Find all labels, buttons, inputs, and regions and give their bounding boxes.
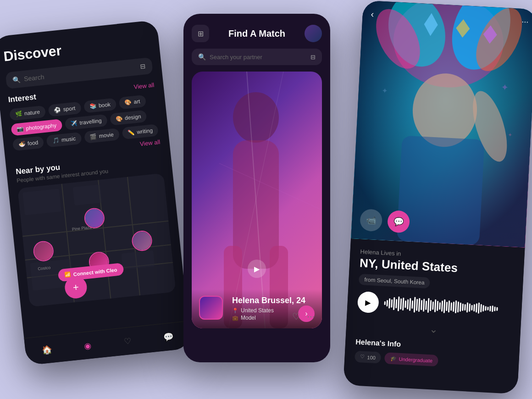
- wave-bar: [421, 300, 422, 310]
- interest-title: Interest: [8, 93, 37, 105]
- play-button-overlay[interactable]: ▶: [248, 260, 266, 278]
- wave-bar: [480, 304, 482, 312]
- map-block: [73, 184, 102, 205]
- nav-heart-icon[interactable]: ♡: [123, 336, 132, 347]
- interest-view-all-2[interactable]: View all: [139, 139, 161, 148]
- waveform: [384, 295, 512, 318]
- graduation-icon: 🎓: [390, 355, 397, 362]
- tag-photography[interactable]: 📷photography: [11, 119, 62, 136]
- match-search-bar[interactable]: 🔍 Search your partner ⊟: [192, 49, 322, 65]
- wave-bar: [386, 300, 388, 306]
- filter-icon[interactable]: ⊟: [140, 62, 146, 70]
- profile-bottom: Helena Lives in NY, United States from S…: [344, 238, 525, 380]
- heart-icon[interactable]: ♡: [292, 311, 300, 322]
- interest-view-all[interactable]: View all: [133, 81, 155, 90]
- wave-bar: [457, 301, 459, 312]
- search-icon: 🔍: [12, 76, 21, 84]
- map-block: [22, 188, 61, 215]
- chevron-down[interactable]: ⌄: [356, 320, 510, 340]
- svg-text:✦: ✦: [501, 82, 509, 93]
- svg-text:✦: ✦: [382, 87, 388, 95]
- chat-icon: 💬: [393, 216, 404, 227]
- tag-design[interactable]: 🎨design: [110, 110, 147, 126]
- wave-bar: [407, 299, 409, 310]
- more-dots-icon[interactable]: ···: [521, 17, 529, 27]
- wave-bar: [471, 305, 473, 310]
- wave-bar: [448, 300, 450, 312]
- wave-bar: [418, 298, 421, 312]
- wave-bar: [425, 301, 427, 310]
- wave-bar: [476, 303, 477, 312]
- wave-bar: [462, 304, 464, 311]
- play-audio-button[interactable]: ▶: [357, 291, 379, 313]
- wave-bar: [388, 298, 390, 308]
- wave-bar: [478, 303, 480, 314]
- map-area: Pine Plaza Dr Costco 📶 Conne: [17, 173, 176, 307]
- wave-bar: [443, 299, 446, 313]
- tag-nature[interactable]: 🌿nature: [9, 105, 46, 121]
- video-call-button[interactable]: 📹: [360, 209, 382, 232]
- wave-bar: [414, 297, 416, 312]
- phone-profile: ✦ ✦ ✦ ‹ ··· 📹 💬 Helena Lives in NY, Unit…: [343, 0, 532, 394]
- info-badge-education: 🎓 Undergraduate: [384, 352, 438, 366]
- grid-icon[interactable]: ⊞: [192, 25, 209, 42]
- tag-travelling[interactable]: ✈️travelling: [65, 114, 108, 130]
- wave-bar: [487, 307, 488, 310]
- svg-point-0: [233, 92, 279, 143]
- wave-bar: [400, 299, 402, 310]
- profile-card: ▶ Helena Brussel, 24 📍 United States 💼 M…: [192, 72, 322, 328]
- wave-bar: [391, 299, 393, 308]
- video-icon: 📹: [366, 215, 377, 226]
- wave-bar: [427, 298, 430, 313]
- info-badge-likes: ♡ 100: [355, 351, 382, 364]
- from-badge: from Seoul, South Korea: [359, 274, 430, 288]
- nearby-section: Near by you People with same interest ar…: [15, 152, 176, 307]
- tag-food[interactable]: 🍜food: [12, 136, 44, 151]
- profile-info-overlay: Helena Brussel, 24 📍 United States 💼 Mod…: [192, 289, 322, 328]
- phone-discover: Discover 🔍 Search ⊟ Interest View all 🌿n…: [0, 20, 191, 366]
- wave-bar: [434, 299, 436, 312]
- chat-button[interactable]: 💬: [387, 210, 410, 233]
- nav-chat-icon[interactable]: 💬: [163, 332, 174, 343]
- tag-writing[interactable]: ✏️writing: [122, 124, 159, 139]
- match-filter-icon[interactable]: ⊟: [310, 54, 316, 61]
- search-icon: 🔍: [198, 53, 206, 61]
- wave-bar: [441, 300, 443, 311]
- wave-bar: [460, 303, 461, 312]
- wave-bar: [489, 306, 491, 311]
- back-arrow-icon[interactable]: ‹: [371, 9, 374, 20]
- wave-bar: [492, 305, 493, 312]
- svg-rect-17: [397, 135, 485, 245]
- wave-bar: [469, 304, 471, 312]
- action-buttons: 📹 💬: [360, 209, 410, 233]
- nav-discover-icon[interactable]: ◉: [83, 340, 92, 351]
- match-user-avatar[interactable]: [305, 25, 322, 42]
- wave-bar: [496, 307, 498, 311]
- match-title: Find A Match: [228, 28, 285, 39]
- chat-dots-icon[interactable]: ···: [307, 311, 315, 322]
- wave-bar: [411, 300, 413, 309]
- wave-bar: [482, 305, 484, 311]
- wave-bar: [398, 297, 400, 311]
- location-icon: 📍: [232, 308, 238, 314]
- wave-bar: [405, 300, 406, 308]
- wave-bar: [437, 301, 438, 311]
- wave-bar: [450, 303, 452, 311]
- wave-bar: [473, 304, 475, 311]
- phone-match: ⊞ Find A Match 🔍 Search your partner ⊟: [183, 14, 330, 362]
- nav-home-icon[interactable]: 🏠: [41, 344, 52, 355]
- tag-book[interactable]: 📚book: [83, 98, 116, 113]
- wave-bar: [384, 301, 386, 305]
- wave-bar: [409, 298, 411, 311]
- heart-icon: ♡: [360, 354, 365, 360]
- card-actions: ♡ ···: [292, 311, 315, 322]
- tag-sport[interactable]: ⚽sport: [48, 102, 82, 117]
- match-search-placeholder: Search your partner: [210, 54, 310, 61]
- profile-top-photo: ✦ ✦ ✦ ‹ ··· 📹 💬: [351, 0, 532, 248]
- wave-bar: [485, 306, 487, 310]
- tag-movie[interactable]: 🎬movie: [84, 128, 120, 144]
- tag-music[interactable]: 🎵music: [46, 132, 82, 148]
- match-header: ⊞ Find A Match: [183, 14, 330, 49]
- tag-art[interactable]: 🎨art: [118, 95, 146, 110]
- wave-bar: [395, 299, 397, 308]
